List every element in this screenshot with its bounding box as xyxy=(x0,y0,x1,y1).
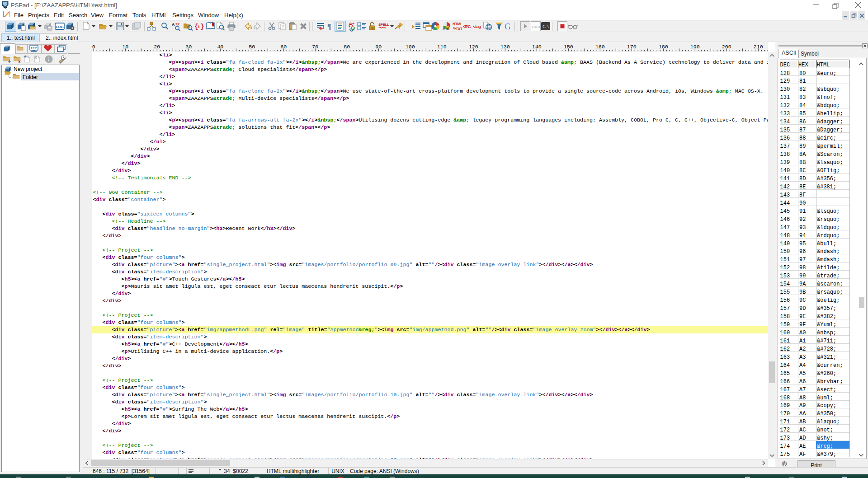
svg-text:<tag: <tag xyxy=(473,24,481,29)
svg-text:C:\: C:\ xyxy=(542,24,549,28)
svg-text:#10: #10 xyxy=(443,27,449,31)
svg-text:+: + xyxy=(24,54,27,60)
svg-text:¶: ¶ xyxy=(327,23,331,30)
svg-text:<TAG: <TAG xyxy=(463,24,471,29)
svg-text:x: x xyxy=(18,59,21,64)
svg-text:+: + xyxy=(8,58,11,65)
svg-text:TXT: TXT xyxy=(456,27,463,31)
svg-text:1010: 1010 xyxy=(532,25,540,29)
svg-text:}: } xyxy=(200,23,204,30)
svg-text:+: + xyxy=(198,24,200,29)
svg-text:x: x xyxy=(34,54,38,60)
svg-text:G: G xyxy=(505,22,511,31)
svg-text:HTML: HTML xyxy=(453,22,462,26)
svg-text:LOG: LOG xyxy=(56,25,63,29)
svg-text:SPELL: SPELL xyxy=(378,23,389,27)
svg-text:A: A xyxy=(172,22,175,27)
